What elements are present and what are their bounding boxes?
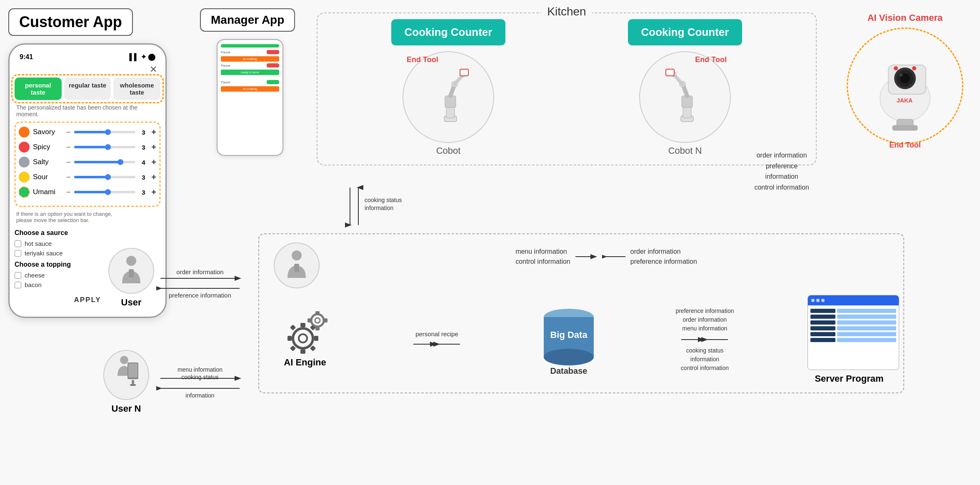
svg-rect-40 — [300, 323, 305, 327]
plus-icon[interactable]: + — [151, 128, 156, 137]
cheese-checkbox[interactable] — [15, 272, 21, 279]
savory-slider[interactable] — [74, 131, 136, 133]
svg-point-39 — [299, 334, 307, 342]
ai-to-db-flow: personal recipe — [412, 330, 462, 349]
svg-rect-7 — [460, 69, 468, 76]
cobot-2-arm-svg — [660, 66, 710, 128]
manager-btn-green[interactable] — [267, 80, 279, 84]
manager-phone-row2: Pause — [221, 63, 279, 68]
manager-kitchen-v-arrows: cooking status information — [317, 183, 458, 238]
manager-silhouette — [284, 249, 309, 282]
manager-status-ready: ready to serve — [221, 70, 279, 75]
server-col-l1 — [837, 309, 896, 313]
umami-slider[interactable] — [74, 191, 136, 193]
svg-text:cooking status: cooking status — [365, 197, 402, 203]
svg-rect-35 — [294, 264, 299, 272]
svg-point-49 — [315, 318, 320, 323]
cobot-right-info: order informationpreferenceinformationco… — [754, 150, 809, 192]
server-col-l3 — [837, 320, 896, 325]
cylinder-svg: Big Data — [535, 304, 602, 370]
svg-rect-32 — [132, 380, 134, 384]
server-col-d1 — [810, 309, 835, 313]
savory-label: Savory — [33, 128, 63, 136]
svg-rect-33 — [130, 384, 136, 386]
manager-btn-red2[interactable] — [267, 63, 279, 68]
flavor-row-salty: Salty − 4 + — [19, 157, 156, 168]
ai-camera-circle: JAKA End Tool — [847, 28, 963, 144]
end-tool-label-1: End Tool — [407, 55, 438, 64]
svg-line-13 — [674, 75, 682, 84]
server-dot-3 — [821, 299, 825, 302]
salty-slider[interactable] — [74, 161, 136, 163]
flow-main-row: AI Engine personal recipe — [272, 295, 891, 384]
spicy-slider[interactable] — [74, 146, 136, 148]
manager-btn-red1[interactable] — [267, 50, 279, 54]
server-row-3 — [810, 320, 896, 325]
manager-figure — [272, 242, 322, 288]
minus-icon[interactable]: − — [66, 188, 71, 197]
svg-point-58 — [544, 349, 594, 365]
change-hint: If there is an option you want to change… — [15, 211, 160, 223]
phone-icons: ▌▌ ✦ ⬤ — [129, 53, 155, 61]
server-row-2 — [810, 315, 896, 319]
cobot-1-arm-svg — [423, 66, 473, 128]
sour-value: 3 — [139, 174, 148, 181]
minus-icon[interactable]: − — [66, 173, 71, 182]
plus-icon[interactable]: + — [151, 172, 156, 182]
flow-box: menu informationcontrol information orde… — [258, 233, 904, 393]
phone-status-bar: 9:41 ▌▌ ✦ ⬤ — [15, 53, 160, 64]
cooking-counter-btn-2[interactable]: Cooking Counter — [628, 19, 742, 45]
svg-text:JAKA: JAKA — [897, 97, 912, 104]
spicy-thumb — [105, 144, 111, 150]
server-program-unit: Server Program — [808, 295, 891, 384]
teriyaki-sauce-checkbox[interactable] — [15, 250, 21, 257]
end-tool-label-2: End Tool — [695, 55, 727, 64]
cobot-2-circle-wrap: End Tool — [639, 51, 731, 143]
manager-app-section: Manager App Pause on cooking Pause ready… — [200, 8, 300, 156]
server-row-4 — [810, 326, 896, 330]
svg-line-5 — [455, 75, 463, 84]
flow-menu-control: menu informationcontrol information orde… — [515, 247, 697, 267]
user-n-circle — [103, 350, 149, 400]
minus-icon[interactable]: − — [66, 158, 71, 167]
plus-icon[interactable]: + — [151, 142, 156, 152]
svg-text:information: information — [365, 205, 393, 211]
server-col-d5 — [810, 332, 835, 336]
user-n-section: User N — [103, 350, 149, 414]
cylinder-wrap: Big Data — [535, 304, 602, 370]
svg-text:order information: order information — [176, 268, 223, 275]
flavor-row-savory: Savory − 3 + — [19, 127, 156, 138]
tab-personal-taste[interactable]: personal taste — [15, 78, 62, 100]
salty-dot — [19, 157, 30, 168]
manager-kitchen-flows: menu informationcontrol information orde… — [322, 247, 891, 267]
database-unit: Big Data Database — [535, 304, 602, 376]
svg-text:preference information: preference information — [169, 292, 231, 299]
gear-icons — [280, 311, 330, 357]
svg-rect-31 — [128, 363, 138, 378]
umami-dot — [19, 187, 30, 198]
plus-icon[interactable]: + — [151, 158, 156, 167]
kitchen-section: Kitchen Cooking Counter Cooking Counter — [317, 12, 817, 165]
sour-slider[interactable] — [74, 176, 136, 178]
minus-icon[interactable]: − — [66, 143, 71, 152]
server-col-d4 — [810, 326, 835, 330]
sour-label: Sour — [33, 173, 63, 181]
db-server-label-bottom: cooking statusinformationcontrol informa… — [681, 346, 729, 372]
manager-phone-row1: Pause — [221, 50, 279, 54]
salty-value: 4 — [139, 159, 148, 166]
tab-wholesome-taste[interactable]: wholesome taste — [113, 78, 160, 100]
flow-top-row: menu informationcontrol information orde… — [272, 242, 891, 288]
minus-icon[interactable]: − — [66, 128, 71, 137]
svg-point-34 — [292, 250, 302, 260]
manager-phone-row3: Pause — [221, 80, 279, 84]
flavor-row-spicy: Spicy − 3 + — [19, 142, 156, 152]
tab-regular-taste[interactable]: regular taste — [64, 78, 111, 100]
bacon-checkbox[interactable] — [15, 282, 21, 288]
cooking-counter-btn-1[interactable]: Cooking Counter — [391, 19, 506, 45]
svg-rect-50 — [315, 311, 320, 314]
cobot-1-circle — [402, 51, 494, 143]
spicy-value: 3 — [139, 144, 148, 151]
close-icon[interactable]: ✕ — [15, 64, 160, 78]
hot-sauce-checkbox[interactable] — [15, 240, 21, 247]
plus-icon[interactable]: + — [151, 188, 156, 197]
